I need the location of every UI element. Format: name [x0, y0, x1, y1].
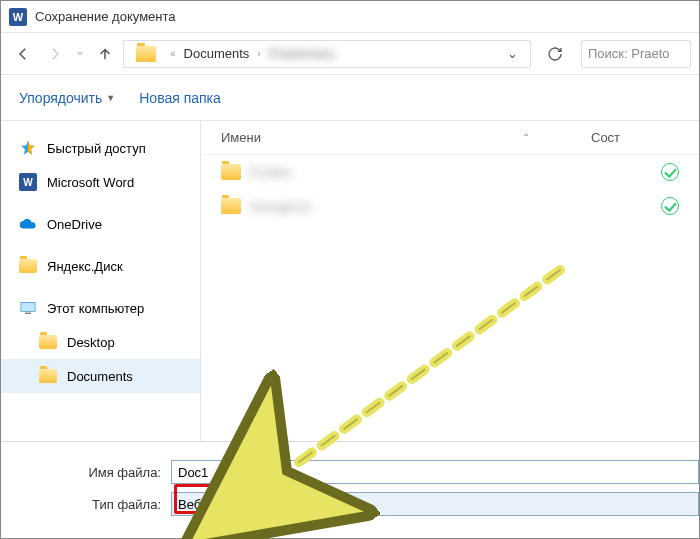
sidebar-item-label: Быстрый доступ — [47, 141, 146, 156]
sidebar-item-label: Documents — [67, 369, 133, 384]
column-state[interactable]: Сост — [591, 130, 679, 145]
column-name[interactable]: Имени — [221, 130, 461, 145]
breadcrumb-dropdown[interactable]: ⌄ — [507, 46, 524, 61]
sidebar-item-onedrive[interactable]: OneDrive — [1, 207, 200, 241]
folder-icon — [136, 46, 156, 62]
file-list: Имени ⌃ Сост Profiles Savegame — [201, 121, 699, 441]
check-ok-icon — [661, 197, 679, 215]
search-input[interactable]: Поиск: Praeto — [581, 40, 691, 68]
organize-label: Упорядочить — [19, 90, 102, 106]
star-icon — [19, 139, 37, 157]
chevron-left-icon: « — [166, 48, 180, 59]
save-dialog: W Сохранение документа « Documents › Pra… — [0, 0, 700, 539]
file-list-header[interactable]: Имени ⌃ Сост — [201, 121, 699, 155]
filetype-label: Тип файла: — [1, 497, 171, 512]
breadcrumb-segment[interactable]: Praetorians — [269, 46, 335, 61]
sidebar-item-documents[interactable]: Documents — [1, 359, 200, 393]
list-item[interactable]: Savegame — [201, 189, 699, 223]
filetype-value: Веб-страница — [178, 497, 262, 512]
refresh-button[interactable] — [541, 40, 569, 68]
sidebar-item-yadisk[interactable]: Яндекс.Диск — [1, 249, 200, 283]
save-fields: Имя файла: Doc1 Тип файла: Веб-страница — [1, 442, 699, 538]
caret-down-icon: ▼ — [106, 93, 115, 103]
cloud-icon — [19, 215, 37, 233]
word-icon: W — [9, 8, 27, 26]
filetype-select[interactable]: Веб-страница — [171, 492, 699, 516]
folder-icon — [39, 367, 57, 385]
sidebar-item-word[interactable]: W Microsoft Word — [1, 165, 200, 199]
chevron-right-icon: › — [253, 48, 264, 59]
nav-up-button[interactable] — [91, 40, 119, 68]
file-name: Profiles — [249, 165, 449, 180]
breadcrumb-segment[interactable]: Documents — [184, 46, 250, 61]
sidebar-item-quick-access[interactable]: Быстрый доступ — [1, 131, 200, 165]
check-ok-icon — [661, 163, 679, 181]
nav-history-dropdown[interactable] — [73, 40, 87, 68]
sidebar-item-desktop[interactable]: Desktop — [1, 325, 200, 359]
word-icon: W — [19, 173, 37, 191]
filename-label: Имя файла: — [1, 465, 171, 480]
nav-forward-button[interactable] — [41, 40, 69, 68]
nav-bar: « Documents › Praetorians ⌄ Поиск: Praet… — [1, 33, 699, 75]
window-title: Сохранение документа — [35, 9, 176, 24]
new-folder-button[interactable]: Новая папка — [139, 90, 221, 106]
filename-value: Doc1 — [178, 465, 208, 480]
sidebar-item-label: Desktop — [67, 335, 115, 350]
svg-rect-1 — [21, 303, 35, 311]
main-area: Быстрый доступ W Microsoft Word OneDrive… — [1, 121, 699, 442]
nav-back-button[interactable] — [9, 40, 37, 68]
svg-rect-2 — [25, 313, 31, 315]
sidebar-item-label: Microsoft Word — [47, 175, 134, 190]
folder-icon — [221, 164, 241, 180]
sidebar-item-label: OneDrive — [47, 217, 102, 232]
breadcrumb[interactable]: « Documents › Praetorians ⌄ — [123, 40, 531, 68]
filetype-row: Тип файла: Веб-страница — [1, 488, 699, 520]
new-folder-label: Новая папка — [139, 90, 221, 106]
search-placeholder: Поиск: Praeto — [588, 46, 670, 61]
sort-indicator-icon[interactable]: ⌃ — [461, 132, 591, 143]
pc-icon — [19, 299, 37, 317]
list-item[interactable]: Profiles — [201, 155, 699, 189]
filename-input[interactable]: Doc1 — [171, 460, 699, 484]
folder-icon — [19, 257, 37, 275]
sidebar: Быстрый доступ W Microsoft Word OneDrive… — [1, 121, 201, 441]
sidebar-item-this-pc[interactable]: Этот компьютер — [1, 291, 200, 325]
folder-icon — [39, 333, 57, 351]
filename-row: Имя файла: Doc1 — [1, 456, 699, 488]
sidebar-item-label: Яндекс.Диск — [47, 259, 123, 274]
file-name: Savegame — [249, 199, 449, 214]
folder-icon — [221, 198, 241, 214]
toolbar: Упорядочить ▼ Новая папка — [1, 75, 699, 121]
titlebar: W Сохранение документа — [1, 1, 699, 33]
organize-button[interactable]: Упорядочить ▼ — [19, 90, 115, 106]
sidebar-item-label: Этот компьютер — [47, 301, 144, 316]
